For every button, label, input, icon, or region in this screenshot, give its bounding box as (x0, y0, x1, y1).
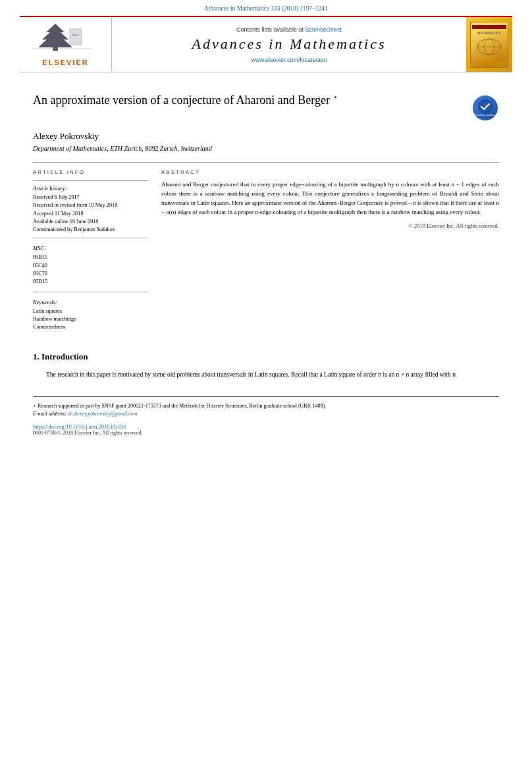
introduction-section: 1. Introduction The research in this pap… (33, 352, 499, 380)
footnote-area: ⋆ Research supported in part by SNSF gra… (33, 396, 499, 418)
cover-image: MATHEMATICS (470, 22, 508, 68)
introduction-heading: 1. Introduction (33, 352, 499, 362)
svg-marker-1 (38, 24, 72, 47)
msc-code-3: 05D15 (33, 278, 148, 286)
available-online-date: Available online 19 June 2018 (33, 218, 148, 226)
author-name: Alexey Pokrovskiy (33, 131, 499, 142)
elsevier-logo-section: figure ELSEVIER (20, 17, 112, 72)
received-date: Received 6 July 2017 (33, 194, 148, 201)
elsevier-wordmark: ELSEVIER (42, 59, 88, 66)
check-icon (478, 99, 492, 114)
msc-section: MSC: 05B15 05C40 05C70 05D15 (33, 245, 148, 292)
footnote-email: E-mail address: dr.alexey.pokrovskiy@gma… (33, 410, 499, 418)
check-badge: Check for updates (473, 95, 499, 122)
logo-svg: figure (33, 22, 92, 52)
msc-label: MSC: (33, 245, 148, 251)
star-footnote: ⋆ (333, 93, 338, 101)
sciencedirect-link[interactable]: ScienceDirect (306, 26, 342, 33)
check-badge-text: Check for updates (475, 114, 496, 117)
journal-url[interactable]: www.elsevier.com/locate/aim (251, 57, 327, 63)
cover-top-bar (472, 25, 506, 29)
check-badge-inner: Check for updates (473, 95, 498, 120)
cover-illustration (473, 35, 505, 58)
main-content: An approximate version of a conjecture o… (0, 72, 532, 446)
email-link[interactable]: dr.alexey.pokrovskiy@gmail.com (68, 411, 137, 417)
keywords-section: Keywords: Latin squares Rainbow matching… (33, 299, 148, 332)
msc-code-2: 05C70 (33, 270, 148, 278)
accepted-date: Accepted 11 May 2018 (33, 210, 148, 218)
article-title-section: An approximate version of a conjecture o… (33, 92, 499, 122)
history-label: Article history: (33, 185, 148, 192)
svg-rect-2 (70, 29, 82, 45)
keyword-2: Connectedness (33, 323, 148, 331)
revised-date: Received in revised form 10 May 2018 (33, 201, 148, 209)
two-column-layout: ARTICLE INFO Article history: Received 6… (33, 169, 499, 338)
article-history-box: Article history: Received 6 July 2017 Re… (33, 180, 148, 238)
communicated-by: Communicated by Benjamin Sudakov (33, 226, 148, 234)
section-divider (33, 162, 499, 163)
journal-link-bar: Advances in Mathematics 333 (2018) 1197–… (0, 0, 532, 16)
svg-text:figure: figure (72, 33, 79, 36)
doi-link[interactable]: https://doi.org/10.1016/j.aim.2018.05.03… (33, 423, 499, 430)
journal-title-section: Contents lists available at ScienceDirec… (112, 17, 466, 72)
article-title: An approximate version of a conjecture o… (33, 92, 463, 108)
footnote-star: ⋆ Research supported in part by SNSF gra… (33, 402, 499, 410)
journal-header: figure ELSEVIER Contents lists available… (20, 16, 512, 72)
introduction-paragraph: The research in this paper is motivated … (33, 370, 499, 380)
author-affiliation: Department of Mathematics, ETH Zurich, 8… (33, 145, 499, 152)
journal-reference[interactable]: Advances in Mathematics 333 (2018) 1197–… (204, 5, 328, 12)
keyword-0: Latin squares (33, 307, 148, 315)
msc-code-0: 05B15 (33, 253, 148, 261)
article-info-label: ARTICLE INFO (33, 169, 148, 175)
svg-rect-0 (53, 47, 58, 51)
keywords-label: Keywords: (33, 299, 148, 305)
issn-line: 0001-8708/© 2018 Elsevier Inc. All right… (33, 430, 499, 436)
abstract-text: Aharoni and Berger conjectured that in e… (161, 180, 499, 217)
keyword-1: Rainbow matchings (33, 315, 148, 323)
abstract-column: ABSTRACT Aharoni and Berger conjectured … (161, 169, 499, 338)
article-info-column: ARTICLE INFO Article history: Received 6… (33, 169, 148, 338)
msc-code-1: 05C40 (33, 262, 148, 270)
copyright: © 2018 Elsevier Inc. All rights reserved… (161, 223, 499, 229)
contents-label: Contents lists available at ScienceDirec… (236, 26, 342, 33)
journal-cover: MATHEMATICS (466, 17, 512, 72)
abstract-label: ABSTRACT (161, 169, 499, 175)
journal-title: Advances in Mathematics (192, 36, 386, 53)
bottom-links: https://doi.org/10.1016/j.aim.2018.05.03… (33, 423, 499, 436)
elsevier-logo: figure (33, 22, 99, 59)
